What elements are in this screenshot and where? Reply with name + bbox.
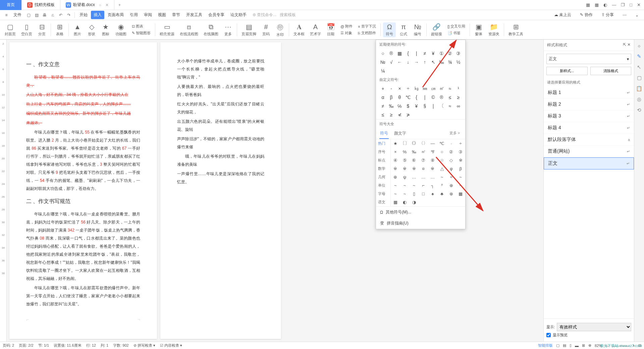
symbol-item[interactable]: ♠ <box>428 190 437 198</box>
symbol-item[interactable]: ~ <box>391 190 400 198</box>
symbol-item[interactable]: ☆ <box>437 156 447 164</box>
rb-mindmap[interactable]: ⧉在线脑图 <box>202 22 220 37</box>
symbol-item[interactable]: ㎏ <box>412 84 421 93</box>
symbol-item[interactable]: ⊕ <box>447 190 456 198</box>
smart-layout[interactable]: 智能排版 <box>538 343 553 348</box>
symbol-item[interactable]: ≥ <box>454 93 463 102</box>
rb-picture[interactable]: ▲图片 <box>71 22 84 37</box>
symbol-item[interactable]: ≮ <box>395 110 404 119</box>
symbol-item[interactable]: ¼ <box>379 66 387 75</box>
symbol-item[interactable]: ㎜ <box>421 84 429 93</box>
symbol-item[interactable]: ~ <box>400 181 410 189</box>
symbol-item[interactable]: ⑦ <box>419 156 428 164</box>
symbol-category[interactable]: 语文 <box>376 198 390 206</box>
symbol-item[interactable]: 〃 <box>437 181 447 189</box>
menu-icon[interactable]: ≡ <box>3 11 10 19</box>
rb-cover[interactable]: ▢封面页 <box>3 22 18 37</box>
dropdown-icon[interactable]: ▾ <box>627 57 629 61</box>
share-button[interactable]: ⇪ 分享 <box>599 11 616 19</box>
collapse-icon[interactable]: ⌄ <box>633 11 641 19</box>
symbol-category[interactable]: 序号 <box>376 148 390 156</box>
rb-flowchart[interactable]: ⧈在线流程图 <box>178 22 200 37</box>
symbol-item[interactable]: { <box>404 49 412 58</box>
symbol-item[interactable]: 〔 <box>437 102 446 110</box>
symbol-category[interactable]: 字母 <box>376 190 390 198</box>
symbol-item[interactable]: ○ <box>379 49 387 58</box>
rb-pagebreak[interactable]: ⊟分页 <box>36 22 48 37</box>
template-search[interactable]: 搜索模板 <box>280 12 296 18</box>
panel-close-icon[interactable]: ✕ <box>627 42 631 47</box>
symbol-item[interactable]: ¹ <box>454 84 463 93</box>
symbol-item[interactable]: ℅ <box>395 102 404 110</box>
symbol-item[interactable]: % <box>400 148 410 156</box>
layout-icon[interactable]: ▦ <box>586 2 590 7</box>
symbol-item[interactable]: ↓ <box>404 58 412 66</box>
clear-format-button[interactable]: 清除格式 <box>590 67 632 75</box>
zoom-fit-icon[interactable]: ⊕ <box>588 343 591 348</box>
symbol-item[interactable]: ¥ <box>429 49 437 58</box>
symbol-category[interactable]: 标点 <box>376 156 390 164</box>
tab-symbols[interactable]: 符号 <box>379 129 389 139</box>
symbol-item[interactable]: □ <box>419 190 428 198</box>
rb-docer[interactable]: ▭稻壳资源 <box>158 22 176 37</box>
view-mode-3-icon[interactable]: ▯ <box>570 343 572 348</box>
new-style-button[interactable]: 新样式... <box>546 67 588 75</box>
symbol-item[interactable]: ※ <box>391 164 400 172</box>
symbol-item[interactable]: ¥ <box>412 102 421 110</box>
symbol-item[interactable]: | <box>412 49 421 58</box>
tab-document[interactable]: W盼望着.docx○✕ <box>60 0 114 10</box>
pinyin-guide-button[interactable]: 变拼音指南(U) <box>376 218 465 229</box>
symbol-item[interactable]: ~ <box>437 173 447 181</box>
qk-new-icon[interactable]: ▢ <box>25 11 32 19</box>
symbol-item[interactable]: ‰ <box>387 102 395 110</box>
symbol-item[interactable]: ① <box>437 49 446 58</box>
vt-sync-icon[interactable]: ⟲ <box>637 107 641 113</box>
rb-equation[interactable]: π公式 <box>397 22 410 37</box>
view-mode-5-icon[interactable]: ⊞ <box>582 343 585 348</box>
symbol-item[interactable]: ~ <box>410 181 419 189</box>
qk-undo-icon[interactable]: ↶ <box>57 11 64 19</box>
symbol-item[interactable]: ▦ <box>456 190 465 198</box>
rb-header[interactable]: ▤页眉页脚 <box>239 22 258 37</box>
symbol-item[interactable]: ┐ <box>428 181 437 189</box>
tab-close-icon[interactable]: ✕ <box>105 3 109 7</box>
vt-shape-icon[interactable]: ▢ <box>637 75 642 81</box>
rb-more[interactable]: ⋯更多 <box>222 22 234 37</box>
symbol-item[interactable]: ¤ <box>419 164 428 172</box>
show-select[interactable]: 有效样式 <box>557 323 631 331</box>
new-tab-button[interactable]: + <box>114 3 125 7</box>
symbol-item[interactable]: ⌐ <box>419 181 428 189</box>
apps-icon[interactable]: ▦ <box>595 2 599 7</box>
symbol-item[interactable]: ≤ <box>379 110 387 119</box>
symbol-item[interactable]: © <box>429 93 437 102</box>
rb-hyperlink[interactable]: 🔗超链接 <box>429 22 444 37</box>
symbol-item[interactable]: ⑧ <box>428 156 437 164</box>
symbol-item[interactable]: ≤ <box>446 93 454 102</box>
symbol-category[interactable]: 单位 <box>376 181 390 190</box>
rb-form[interactable]: ▣窗体 <box>472 22 485 37</box>
symbols-more[interactable]: 更多 > <box>447 129 462 139</box>
symbol-item[interactable]: … <box>428 173 437 181</box>
symbol-item[interactable]: ※ <box>428 164 437 172</box>
symbol-item[interactable]: β <box>456 164 465 172</box>
symbol-item[interactable]: ‰ <box>437 58 446 66</box>
maximize-icon[interactable]: □ <box>630 2 632 7</box>
status-pages[interactable]: 页面: 2/2 <box>19 343 33 348</box>
menu-thesis[interactable]: 论文助手 <box>228 11 249 19</box>
status-section[interactable]: 节: 1/1 <box>38 343 49 348</box>
symbol-item[interactable]: ◐ <box>400 198 410 206</box>
symbol-item[interactable]: ~ <box>400 190 410 198</box>
menu-layout[interactable]: 页面布局 <box>105 11 126 19</box>
menu-review[interactable]: 审阅 <box>141 11 155 19</box>
symbol-category[interactable]: 几何 <box>376 173 390 181</box>
symbol-item[interactable]: ⊕ <box>391 173 400 181</box>
symbol-item[interactable]: ~ <box>456 181 465 189</box>
view-mode-1-icon[interactable]: ▢ <box>556 343 559 348</box>
style-item[interactable]: 正文↵ <box>544 157 634 169</box>
symbol-item[interactable]: ~ <box>456 173 465 181</box>
symbol-item[interactable]: α <box>379 93 387 102</box>
view-mode-2-icon[interactable]: ▤ <box>563 343 566 348</box>
symbol-item[interactable]: ↑ <box>421 58 429 66</box>
symbol-item[interactable]: ▦ <box>391 198 400 206</box>
symbol-item[interactable]: ← <box>395 58 404 66</box>
